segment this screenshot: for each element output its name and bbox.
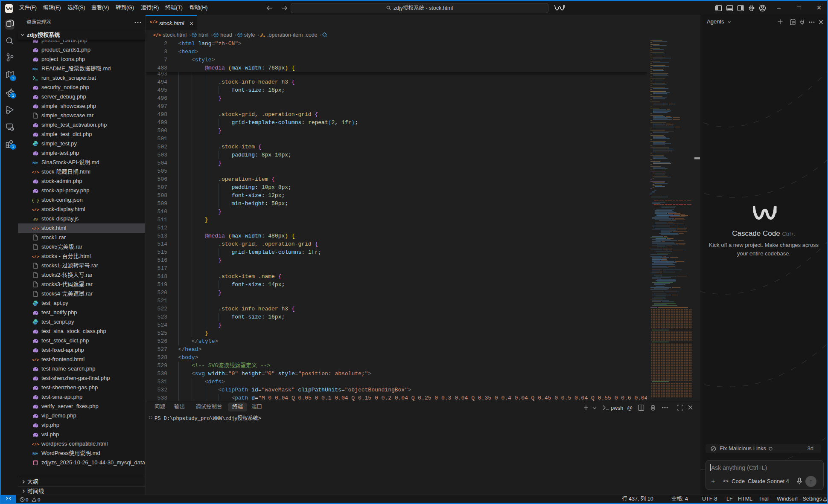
svg-text:1: 1 — [12, 76, 14, 80]
svg-text:</>: </> — [32, 208, 39, 212]
svg-text:0: 0 — [26, 497, 28, 502]
svg-text:M: M — [32, 67, 36, 71]
svg-text:pwsh: pwsh — [611, 405, 623, 411]
svg-text:M: M — [32, 160, 36, 165]
svg-text:@: @ — [627, 405, 633, 411]
svg-text:</>: </> — [32, 443, 39, 447]
svg-text:1: 1 — [12, 93, 14, 98]
svg-text:0: 0 — [38, 497, 40, 502]
svg-text:1: 1 — [12, 145, 14, 149]
svg-text:</>: </> — [32, 255, 39, 259]
svg-text:</>: </> — [32, 171, 39, 175]
svg-text:{ }: { } — [32, 198, 39, 203]
svg-text:JS: JS — [33, 217, 38, 221]
svg-text:</>: </> — [32, 358, 39, 362]
svg-text:</>: </> — [32, 227, 39, 231]
svg-text:M: M — [32, 451, 36, 456]
